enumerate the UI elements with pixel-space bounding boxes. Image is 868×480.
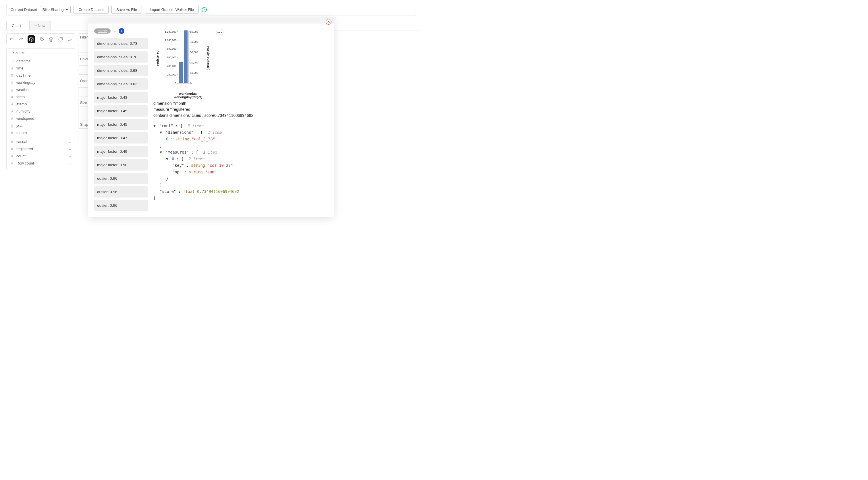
field-month[interactable]: #month xyxy=(9,129,72,136)
import-gw-button[interactable]: Import Graphic Walker File xyxy=(145,6,199,13)
field-casual[interactable]: #casual⌄ xyxy=(9,138,72,145)
hash-icon: # xyxy=(10,154,14,158)
clue-item[interactable]: dimensions' clues: 0.68 xyxy=(94,65,148,76)
layers-icon[interactable] xyxy=(49,36,54,42)
clue-item[interactable]: major factor: 0.45 xyxy=(94,105,148,117)
close-icon[interactable]: ✕ xyxy=(326,19,332,25)
hash-icon: # xyxy=(10,102,14,106)
field-rowcount[interactable]: #Row count⌄ xyxy=(9,160,72,167)
dataset-select[interactable]: Bike Sharing xyxy=(40,6,71,13)
left-column: Field List ▭datetime #time ▯dayTime ▯wor… xyxy=(6,33,75,169)
calendar-icon: ▭ xyxy=(10,59,14,63)
clue-item[interactable]: outlier: 0.96 xyxy=(94,173,148,184)
redo-icon[interactable] xyxy=(19,36,24,42)
refresh-icon[interactable] xyxy=(58,36,63,42)
chevron-down-icon: ⌄ xyxy=(68,139,71,144)
clue-item[interactable]: major factor: 0.43 xyxy=(94,92,148,103)
svg-text:30,000: 30,000 xyxy=(190,51,198,54)
clue-item[interactable]: outlier: 0.96 xyxy=(94,200,148,211)
clue-item[interactable]: major factor: 0.50 xyxy=(94,159,148,170)
svg-text:400,000: 400,000 xyxy=(167,65,176,67)
field-temp[interactable]: #temp xyxy=(9,93,72,100)
svg-text:10,000: 10,000 xyxy=(190,71,198,74)
doc-icon: ▯ xyxy=(10,81,14,85)
chip-value: 1 xyxy=(119,28,124,34)
bar-0 xyxy=(179,62,183,83)
topbar: Current Dataset Bike Sharing Create Data… xyxy=(0,0,422,19)
field-datetime[interactable]: ▭datetime xyxy=(9,57,72,65)
field-year[interactable]: ▯year xyxy=(9,122,72,129)
topbar-row: Current Dataset Bike Sharing Create Data… xyxy=(6,4,416,15)
current-dataset-label: Current Dataset xyxy=(11,7,37,12)
modal-left: month = 1 dimensions' clues: 0.73 dimens… xyxy=(94,28,148,211)
hash-icon: # xyxy=(10,140,14,144)
tag-icon[interactable] xyxy=(39,36,44,42)
hash-icon: # xyxy=(10,147,14,151)
x-axis-label: workingday, workingday(target) xyxy=(166,92,210,99)
y-axis-label: registered xyxy=(156,51,159,66)
clue-item[interactable]: major factor: 0.49 xyxy=(94,146,148,157)
modal-bar xyxy=(88,17,334,24)
svg-text:20,000: 20,000 xyxy=(190,61,198,64)
svg-text:0: 0 xyxy=(175,82,176,85)
save-as-file-button[interactable]: Save As File xyxy=(112,6,142,13)
hash-icon: # xyxy=(10,117,14,121)
tab-chart1[interactable]: Chart 1 xyxy=(6,21,30,30)
doc-icon: ▯ xyxy=(10,73,14,77)
clue-item[interactable]: dimensions' clues: 0.63 xyxy=(94,78,148,90)
clue-item[interactable]: major factor: 0.47 xyxy=(94,132,148,143)
clue-item[interactable]: dimensions' clues: 0.70 xyxy=(94,52,148,63)
field-list-panel: Field List ▭datetime #time ▯dayTime ▯wor… xyxy=(6,48,75,169)
hash-icon: # xyxy=(10,131,14,135)
chart-wrap: registered 0 200,000 400,000 600,000 800… xyxy=(156,28,328,88)
field-time[interactable]: #time xyxy=(9,65,72,72)
svg-point-0 xyxy=(41,38,41,39)
meta-measure: measure =registered xyxy=(153,106,328,113)
hash-icon: # xyxy=(10,161,14,165)
create-dataset-button[interactable]: Create Dataset xyxy=(73,6,108,13)
svg-text:40,000: 40,000 xyxy=(190,40,198,43)
svg-text:50,000: 50,000 xyxy=(190,30,198,33)
insight-modal: ✕ month = 1 dimensions' clues: 0.73 dime… xyxy=(88,17,334,217)
svg-text:1,200,000: 1,200,000 xyxy=(165,30,176,33)
svg-text:800,000: 800,000 xyxy=(167,47,176,50)
more-icon[interactable]: ••• xyxy=(216,29,223,36)
json-tree: ▼ "root" : { 3 items ▼ "dimensions" : [ … xyxy=(153,123,328,201)
clue-item[interactable]: major factor: 0.45 xyxy=(94,119,148,130)
field-windspeed[interactable]: #windspeed xyxy=(9,115,72,122)
month-chip[interactable]: month xyxy=(94,28,111,34)
app-root: Current Dataset Bike Sharing Create Data… xyxy=(0,0,422,234)
chevron-down-icon: ⌄ xyxy=(68,154,71,158)
cube-icon[interactable] xyxy=(28,35,35,43)
clue-item[interactable]: dimensions' clues: 0.73 xyxy=(94,38,148,49)
meta-block: dimension =month measure =registered con… xyxy=(153,100,328,119)
clue-list: dimensions' clues: 0.73 dimensions' clue… xyxy=(94,38,148,211)
field-humidity[interactable]: #humidity xyxy=(9,108,72,115)
svg-text:200,000: 200,000 xyxy=(167,73,176,76)
chevron-down-icon: ⌄ xyxy=(68,147,71,151)
field-count[interactable]: #count⌄ xyxy=(9,153,72,160)
tab-new[interactable]: + New xyxy=(29,21,51,30)
meta-score: contains dimensions' clues , score0.7349… xyxy=(153,113,328,119)
hash-icon: # xyxy=(10,109,14,114)
status-ok-icon: ✓ xyxy=(202,7,207,12)
field-atemp[interactable]: #atemp xyxy=(9,100,72,108)
modal-right: registered 0 200,000 400,000 600,000 800… xyxy=(153,28,328,211)
field-list-title: Field List xyxy=(9,51,72,55)
field-registered[interactable]: #registered⌄ xyxy=(9,145,72,153)
svg-text:0: 0 xyxy=(190,82,192,85)
sort-icon[interactable] xyxy=(67,36,73,42)
field-workingday[interactable]: ▯workingday xyxy=(9,79,72,86)
bar-chart: 0 200,000 400,000 600,000 800,000 1,000,… xyxy=(161,28,205,88)
clue-item[interactable]: outlier: 0.96 xyxy=(94,186,148,197)
dataset-selected: Bike Sharing xyxy=(42,7,64,12)
svg-text:0: 0 xyxy=(180,84,181,87)
meta-dimension: dimension =month xyxy=(153,100,328,106)
undo-icon[interactable] xyxy=(9,36,14,42)
svg-text:600,000: 600,000 xyxy=(167,56,176,59)
svg-text:1,000,000: 1,000,000 xyxy=(165,39,176,42)
doc-icon: ▯ xyxy=(10,88,14,92)
chevron-down-icon: ⌄ xyxy=(68,161,71,165)
field-weather[interactable]: ▯weather xyxy=(9,86,72,93)
field-daytime[interactable]: ▯dayTime xyxy=(9,72,72,79)
